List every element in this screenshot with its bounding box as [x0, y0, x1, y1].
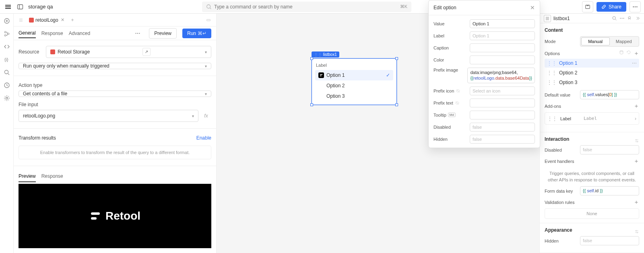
pop-disabled-input[interactable]: false [470, 123, 535, 132]
resource-select[interactable]: Retool Storage ▾ [46, 46, 211, 58]
svg-point-41 [620, 51, 623, 52]
code-close: }} [529, 76, 532, 80]
minimize-panel-icon[interactable] [206, 17, 211, 23]
resize-handle[interactable] [310, 103, 313, 106]
command-search[interactable]: ⌘K [202, 2, 411, 12]
section-settings-icon[interactable] [634, 229, 639, 234]
options-db-icon[interactable] [619, 50, 624, 55]
add-validation-button[interactable]: ＋ [634, 199, 639, 206]
resource-label: Resource [19, 49, 43, 55]
file-input-select[interactable]: retoolLogo.png ▾ [19, 110, 198, 122]
resize-handle[interactable] [395, 103, 398, 106]
resize-handle[interactable] [310, 57, 313, 60]
listbox-widget[interactable]: ⋮⋮ listbox1 Label Option 1 ✓ Option 2 Op… [312, 51, 397, 105]
pop-caption-label: Caption [433, 45, 466, 50]
open-resource-icon[interactable] [142, 48, 151, 56]
popover-close-icon[interactable]: ✕ [530, 4, 535, 11]
inspector-option-item[interactable]: ⋮⋮Option 1⋯ [545, 59, 639, 68]
rail-tree-icon[interactable] [3, 30, 11, 38]
output-tab-preview[interactable]: Preview [19, 173, 36, 182]
chevron-down-icon: ▾ [205, 50, 207, 54]
trigger-mode-select[interactable]: Run query only when manually triggered ▾ [19, 63, 211, 69]
options-reset-icon[interactable] [626, 50, 631, 55]
pop-hidden-input[interactable]: false [470, 135, 535, 144]
pop-tooltip-input[interactable] [470, 111, 535, 119]
add-event-handler-button[interactable]: ＋ [634, 158, 639, 165]
default-value-input[interactable]: {{ self.values[0] }} [580, 90, 639, 99]
mode-label: Mode [545, 39, 577, 44]
option-item-label: Option 3 [559, 80, 577, 85]
svg-point-28 [139, 33, 140, 33]
listbox-option[interactable]: Option 1 ✓ [315, 70, 393, 80]
rail-history-icon[interactable] [3, 81, 11, 89]
check-icon: ✓ [386, 72, 390, 78]
inspector-pin-icon[interactable] [627, 16, 632, 21]
inspector-search-icon[interactable] [612, 16, 617, 21]
svg-point-16 [8, 33, 9, 35]
option-label: Option 2 [318, 83, 345, 88]
form-key-input[interactable]: {{ self.id }} [580, 186, 639, 195]
command-search-input[interactable] [214, 4, 400, 10]
transform-enable-link[interactable]: Enable [196, 135, 211, 141]
run-label: Run [187, 31, 196, 36]
pop-prefix-image-input[interactable]: data:image/png;base64, {{retoolLogo.data… [467, 68, 535, 83]
mode-manual[interactable]: Manual [581, 37, 610, 45]
hidden-input[interactable]: false [580, 236, 639, 245]
pop-value-input[interactable]: Option 1 [470, 19, 535, 28]
preview-button[interactable]: Preview [149, 28, 177, 39]
svg-point-9 [635, 6, 636, 7]
pop-caption-input[interactable] [470, 43, 535, 52]
rail-state-icon[interactable]: {i} [3, 56, 11, 64]
resize-handle[interactable] [395, 57, 398, 60]
rail-add-icon[interactable] [3, 17, 11, 25]
add-addon-button[interactable]: ＋ [634, 103, 639, 110]
tab-general[interactable]: General [19, 29, 36, 38]
listbox-option[interactable]: Option 2 [315, 80, 393, 91]
close-tab-icon[interactable]: ✕ [61, 17, 64, 23]
inspector-option-item[interactable]: ⋮⋮Option 2 [545, 68, 639, 77]
pop-color-input[interactable] [470, 56, 535, 64]
inspector-more-icon[interactable] [619, 16, 625, 21]
disabled-value: false [583, 147, 592, 152]
mode-segmented[interactable]: Manual Mapped [580, 36, 639, 47]
rail-code-icon[interactable] [3, 43, 11, 51]
query-more-button[interactable] [132, 28, 143, 39]
output-tab-response[interactable]: Response [41, 173, 63, 182]
action-type-select[interactable]: Get contents of a file ▾ [19, 91, 211, 97]
drag-handle-icon[interactable] [19, 18, 23, 23]
add-option-button[interactable]: ＋ [634, 50, 639, 57]
run-button[interactable]: Run⌘↵ [182, 29, 211, 38]
more-button[interactable] [630, 1, 641, 12]
addon-label-value[interactable]: Label [581, 114, 632, 123]
pop-prefix-text-input[interactable] [470, 99, 535, 107]
add-tab-button[interactable]: ＋ [70, 16, 75, 23]
disabled-input[interactable]: false [580, 145, 639, 154]
panel-toggle-button[interactable] [15, 2, 25, 12]
query-body: Resource Retool Storage ▾ Run query only… [14, 40, 216, 172]
pop-prefix-icon-input[interactable]: Select an icon [470, 86, 535, 95]
query-tab[interactable]: retoolLogo ✕ [27, 16, 67, 25]
pop-label-input[interactable]: Option 1 [470, 31, 535, 40]
app-header: storage qa ⌘K Share [0, 0, 644, 14]
option-more-icon[interactable]: ⋯ [632, 60, 637, 66]
svg-point-38 [620, 18, 621, 19]
chevron-right-icon[interactable]: › [635, 116, 636, 121]
share-button[interactable]: Share [597, 2, 626, 12]
section-settings-icon[interactable] [634, 138, 639, 143]
inspector-option-item[interactable]: ⋮⋮Option 3 [545, 78, 639, 87]
svg-rect-30 [91, 217, 97, 220]
tab-advanced[interactable]: Advanced [69, 29, 90, 38]
run-kbd: ⌘↵ [198, 31, 206, 36]
tab-response[interactable]: Response [41, 29, 63, 38]
open-window-button[interactable] [582, 1, 593, 12]
mode-mapped[interactable]: Mapped [610, 37, 638, 45]
listbox-option[interactable]: Option 3 [315, 91, 393, 101]
menu-button[interactable] [3, 2, 13, 12]
component-name[interactable]: listbox1 [553, 16, 570, 21]
fx-button[interactable]: fx [201, 110, 211, 122]
rail-search-icon[interactable] [3, 68, 11, 76]
inspector-collapse-icon[interactable] [635, 16, 640, 21]
hidden-indicator-icon [455, 101, 460, 105]
code-line1: data:image/png;base64, [470, 70, 518, 75]
rail-settings-icon[interactable] [3, 94, 11, 102]
